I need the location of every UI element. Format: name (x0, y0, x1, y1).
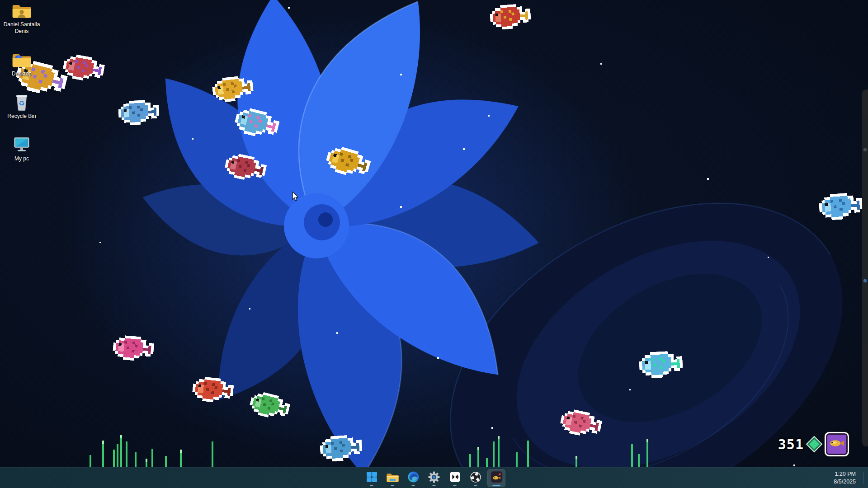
pixel-fish[interactable] (356, 108, 397, 133)
svg-text:♻: ♻ (19, 99, 25, 108)
wallpaper-bloom (0, 0, 868, 488)
running-indicator (391, 485, 394, 486)
recycle-bin-icon: ♻ (11, 93, 32, 112)
running-indicator (412, 485, 415, 486)
taskbar-app-start[interactable] (363, 469, 381, 487)
running-indicator (493, 485, 500, 486)
fish-shop-button[interactable] (825, 432, 849, 456)
clock[interactable]: 1:20 PM 8/5/2025 (830, 469, 859, 487)
desktop-icon-desktop-folder[interactable]: Desktop (3, 50, 41, 77)
desktop-icon-label: Desktop (12, 70, 32, 77)
user-folder-icon (11, 1, 32, 20)
show-desktop-button[interactable] (863, 472, 865, 484)
edge-hidden-panel[interactable] (862, 89, 868, 446)
file-explorer-icon (387, 472, 399, 484)
pixel-fish[interactable] (561, 411, 601, 436)
pixel-fish[interactable] (235, 110, 278, 136)
pixel-fish[interactable] (193, 378, 233, 402)
taskbar-app-capcut[interactable] (446, 469, 464, 487)
pixel-fish[interactable] (212, 77, 253, 101)
obs-icon (470, 471, 481, 485)
start-icon (366, 471, 377, 484)
pixel-fish[interactable] (326, 149, 370, 175)
gem-icon (807, 437, 821, 451)
edge-panel-mark (863, 279, 867, 282)
capcut-icon (449, 471, 461, 484)
clock-time: 1:20 PM (834, 470, 856, 478)
taskbar-app-settings[interactable] (425, 469, 443, 487)
taskbar-app-edge[interactable] (404, 469, 422, 487)
pixel-fish[interactable] (490, 5, 531, 29)
desktop-icon-label: Recycle Bin (7, 113, 36, 120)
windows-desktop: Daniel Santalla Denis Desktop ♻ Recycle … (0, 0, 868, 488)
taskbar-tray: 1:20 PM 8/5/2025 (830, 468, 865, 488)
aquarium-icon (491, 471, 503, 485)
desktop-icon-user-folder[interactable]: Daniel Santalla Denis (3, 1, 41, 35)
pixel-fish[interactable] (320, 436, 362, 461)
running-indicator (370, 485, 373, 486)
taskbar: 1:20 PM 8/5/2025 (0, 467, 868, 488)
pixel-fish[interactable] (63, 56, 104, 80)
pixel-fish[interactable] (113, 336, 154, 361)
desktop-icon-label: Daniel Santalla Denis (3, 21, 41, 35)
my-pc-icon (11, 135, 32, 154)
desktop-icon-my-pc[interactable]: My pc (3, 135, 41, 162)
mouse-cursor (292, 192, 299, 203)
edge-panel-mark (863, 148, 867, 151)
desktop-icon-recycle-bin[interactable]: ♻ Recycle Bin (3, 93, 41, 120)
taskbar-app-file-explorer[interactable] (383, 469, 401, 487)
desktop-icon-column: Daniel Santalla Denis Desktop ♻ Recycle … (3, 1, 41, 162)
edge-icon (408, 471, 419, 484)
taskbar-app-aquarium[interactable] (487, 469, 505, 487)
taskbar-app-group (363, 468, 505, 488)
clock-date: 8/5/2025 (834, 478, 856, 486)
settings-icon (428, 471, 440, 485)
score-value: 351 (778, 436, 804, 452)
pixel-fish[interactable] (819, 193, 863, 220)
running-indicator (453, 485, 457, 486)
gold-fish-icon (829, 437, 845, 451)
pixel-fish[interactable] (118, 100, 159, 125)
pixel-fish[interactable] (640, 3, 680, 27)
desktop-folder-icon (11, 50, 32, 69)
taskbar-app-obs[interactable] (467, 469, 485, 487)
desktop-icon-label: My pc (14, 155, 29, 162)
pixel-fish[interactable] (225, 155, 266, 180)
running-indicator (474, 485, 477, 486)
running-indicator (433, 485, 436, 486)
pixel-fish[interactable] (250, 394, 289, 418)
aquarium-hud: 351 (778, 432, 849, 456)
pixel-fish[interactable] (672, 223, 714, 249)
pixel-fish[interactable] (639, 352, 683, 378)
